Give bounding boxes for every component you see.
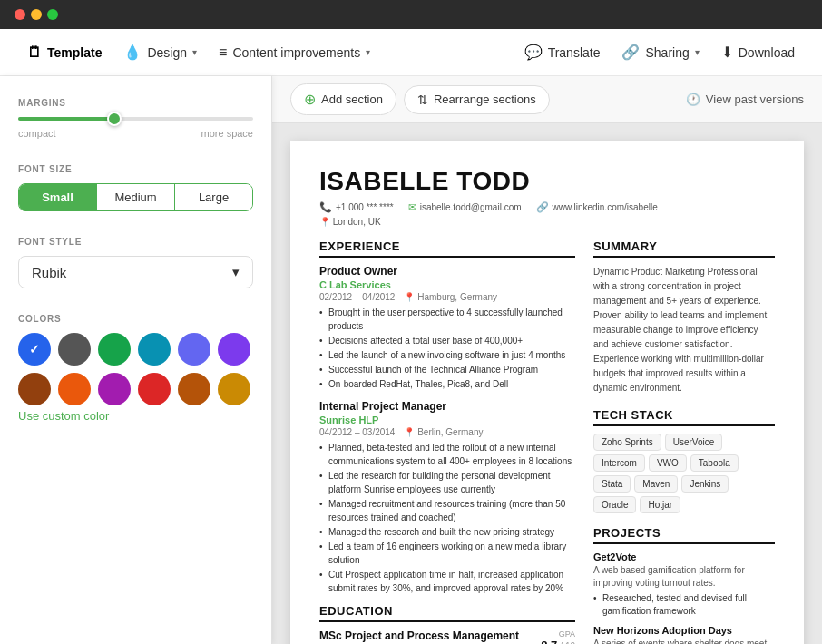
sharing-chevron: ▾ [695, 47, 700, 57]
color-swatch-red[interactable] [138, 373, 171, 405]
bullet: Led the launch of a new invoicing softwa… [319, 348, 575, 362]
tech-pill: Oracle [593, 496, 636, 513]
tech-pill: Jenkins [681, 475, 729, 493]
education-section: EDUCATION MSc Project and Process Manage… [319, 604, 575, 644]
rearrange-icon: ⇅ [417, 93, 428, 107]
job-1-dates: 02/2012 – 04/2012 [319, 292, 395, 302]
colors-section: COLORS ✓ Use custom color [18, 314, 253, 424]
summary-text: Dynamic Product Marketing Professional w… [593, 265, 775, 395]
color-swatch-amber-dark[interactable] [178, 373, 210, 405]
more-space-label: more space [201, 128, 253, 139]
main-area: MARGINS compact more space FONT SIZE Sma… [0, 76, 822, 644]
resume-container[interactable]: ISABELLE TODD 📞 +1 000 *** **** ✉ isabel… [272, 123, 822, 644]
color-swatch-pink[interactable] [98, 373, 131, 405]
bullet: Led the research for building the person… [319, 469, 575, 496]
resume-right-col: SUMMARY Dynamic Product Marketing Profes… [593, 239, 775, 644]
design-chevron: ▾ [192, 47, 197, 57]
view-past-versions[interactable]: 🕐 View past versions [686, 93, 804, 106]
add-section-icon: ⊕ [304, 91, 316, 108]
linkedin-icon: 🔗 [536, 201, 549, 213]
font-style-section: FONT STYLE Rubik ▾ [18, 237, 253, 288]
download-icon: ⬇ [721, 44, 733, 61]
color-swatch-brown[interactable] [18, 373, 51, 405]
project-1-bullets: Researched, tested and devised full gami… [593, 592, 775, 618]
toolbar-template-label: Template [47, 45, 102, 60]
tech-stack-section: TECH STACK Zoho Sprints UserVoice Interc… [593, 408, 775, 513]
project-2-desc: A series of events where shelter dogs me… [593, 638, 775, 644]
template-icon: 🗒 [27, 44, 42, 61]
summary-section: SUMMARY Dynamic Product Marketing Profes… [593, 239, 775, 395]
bullet: Cut Prospect application time in half, i… [319, 568, 575, 595]
font-name: Rubik [32, 265, 66, 280]
toolbar-design-label: Design [147, 45, 187, 60]
experience-title: EXPERIENCE [319, 239, 575, 258]
color-swatch-blue[interactable]: ✓ [18, 333, 51, 366]
job-1-meta: 02/2012 – 04/2012 📍 Hamburg, Germany [319, 292, 575, 302]
rearrange-button[interactable]: ⇅ Rearrange sections [404, 85, 550, 114]
browser-chrome [0, 0, 822, 29]
edu-1-degree: MSc Project and Process Management [319, 629, 519, 642]
add-section-label: Add section [321, 93, 383, 106]
resume: ISABELLE TODD 📞 +1 000 *** **** ✉ isabel… [290, 141, 804, 644]
traffic-light-red[interactable] [15, 9, 25, 20]
loc-icon: 📍 [404, 292, 415, 302]
toolbar: 🗒 Template 💧 Design ▾ ≡ Content improvem… [0, 29, 822, 76]
project-2-title: New Horizons Adoption Days [593, 625, 775, 636]
font-size-large[interactable]: Large [175, 184, 252, 210]
job-1: Product Owner C Lab Services 02/2012 – 0… [319, 265, 575, 391]
resume-location: 📍 London, UK [319, 217, 775, 227]
custom-color-link[interactable]: Use custom color [18, 409, 109, 423]
slider-thumb[interactable] [107, 112, 122, 126]
color-swatch-purple[interactable] [218, 333, 250, 366]
phone-icon: 📞 [319, 201, 332, 213]
job-2-location: 📍 Berlin, Germany [404, 427, 483, 437]
edu-1-gpa-box: GPA 8.7 / 10 [541, 629, 575, 644]
toolbar-design[interactable]: 💧 Design ▾ [114, 38, 206, 66]
left-panel: MARGINS compact more space FONT SIZE Sma… [0, 76, 272, 644]
job-2: Internal Project Manager Sunrise HLP 04/… [319, 400, 575, 595]
font-size-label: FONT SIZE [18, 164, 253, 174]
color-swatch-teal[interactable] [138, 333, 171, 366]
color-swatch-indigo[interactable] [178, 333, 210, 366]
toolbar-content[interactable]: ≡ Content improvements ▾ [210, 39, 379, 66]
bullet: Brought in the user perspective to 4 suc… [319, 306, 575, 333]
project-2: New Horizons Adoption Days A series of e… [593, 625, 775, 644]
slider-labels: compact more space [18, 128, 253, 139]
font-dropdown[interactable]: Rubik ▾ [18, 256, 253, 288]
education-title: EDUCATION [319, 604, 575, 622]
add-section-button[interactable]: ⊕ Add section [290, 83, 396, 115]
tech-pill: Stata [593, 475, 631, 493]
compact-label: compact [18, 128, 56, 139]
color-swatch-yellow[interactable] [218, 373, 250, 405]
bullet: Decisions affected a total user base of … [319, 334, 575, 347]
font-size-medium[interactable]: Medium [97, 184, 175, 210]
location-icon: 📍 [319, 217, 330, 227]
resume-body: EXPERIENCE Product Owner C Lab Services … [319, 239, 775, 644]
edu-1-gpa: 8.7 [541, 639, 557, 644]
margins-slider-track[interactable] [18, 117, 253, 121]
margins-section: MARGINS compact more space [18, 98, 253, 139]
toolbar-download[interactable]: ⬇ Download [712, 38, 804, 66]
edu-1-row: MSc Project and Process Management Van H… [319, 629, 575, 644]
clock-icon: 🕐 [686, 93, 700, 106]
rearrange-label: Rearrange sections [434, 93, 536, 106]
bullet: Managed the research and built the new p… [319, 525, 575, 539]
traffic-light-yellow[interactable] [31, 9, 42, 20]
resume-left-col: EXPERIENCE Product Owner C Lab Services … [319, 239, 575, 644]
font-size-small[interactable]: Small [19, 184, 97, 210]
bullet: On-boarded RedHat, Thales, Pica8, and De… [319, 377, 575, 391]
traffic-light-green[interactable] [47, 9, 58, 20]
toolbar-template[interactable]: 🗒 Template [18, 39, 111, 66]
color-swatch-gray[interactable] [58, 333, 91, 366]
tech-pill: Hotjar [640, 496, 680, 513]
action-bar: ⊕ Add section ⇅ Rearrange sections 🕐 Vie… [272, 76, 822, 123]
color-swatch-orange[interactable] [58, 373, 91, 405]
check-icon: ✓ [29, 342, 40, 356]
project-bullet: Researched, tested and devised full gami… [593, 592, 775, 618]
job-1-title: Product Owner [319, 265, 575, 278]
toolbar-translate[interactable]: 💬 Translate [515, 38, 610, 66]
color-swatch-green[interactable] [98, 333, 131, 366]
toolbar-sharing[interactable]: 🔗 Sharing ▾ [612, 38, 708, 66]
tech-pill: VWO [649, 454, 687, 472]
email-icon: ✉ [408, 201, 416, 213]
